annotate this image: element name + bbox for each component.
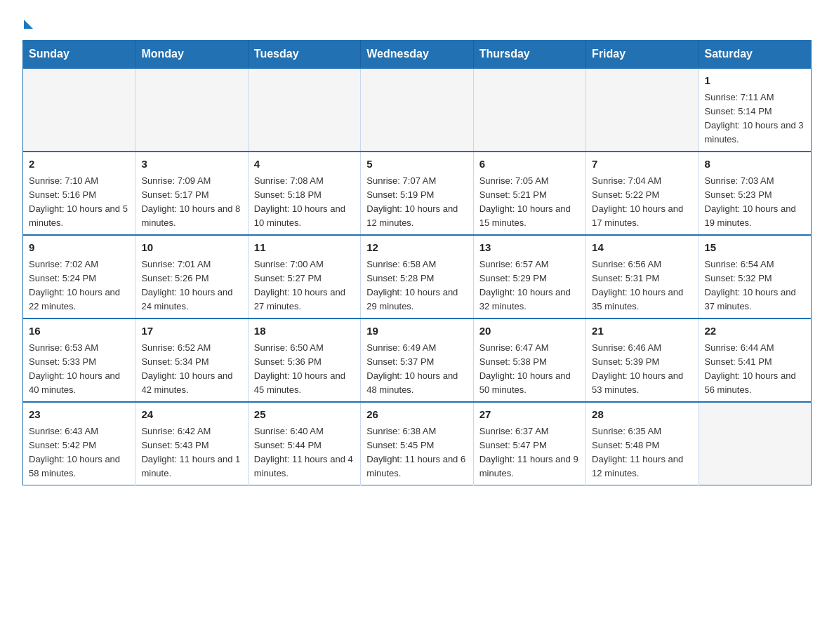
calendar-cell: 15Sunrise: 6:54 AMSunset: 5:32 PMDayligh… (699, 235, 811, 318)
day-info: Sunrise: 6:35 AMSunset: 5:48 PMDaylight:… (592, 424, 692, 481)
day-number: 7 (592, 156, 692, 173)
calendar-cell (361, 68, 473, 152)
calendar-cell (699, 402, 811, 485)
day-number: 3 (141, 156, 241, 173)
calendar-cell: 19Sunrise: 6:49 AMSunset: 5:37 PMDayligh… (361, 318, 473, 402)
day-number: 16 (29, 323, 129, 340)
day-info: Sunrise: 6:38 AMSunset: 5:45 PMDaylight:… (366, 424, 467, 481)
day-number: 13 (479, 240, 580, 256)
week-row-4: 16Sunrise: 6:53 AMSunset: 5:33 PMDayligh… (23, 318, 812, 402)
logo (22, 17, 33, 27)
weekday-header-wednesday: Wednesday (361, 41, 473, 69)
calendar-cell: 20Sunrise: 6:47 AMSunset: 5:38 PMDayligh… (473, 318, 585, 402)
weekday-header-tuesday: Tuesday (248, 41, 360, 69)
day-number: 5 (366, 156, 467, 173)
day-info: Sunrise: 7:10 AMSunset: 5:16 PMDaylight:… (29, 174, 129, 231)
day-number: 11 (254, 240, 355, 256)
day-number: 22 (705, 323, 805, 340)
weekday-header-sunday: Sunday (23, 41, 135, 69)
day-info: Sunrise: 7:09 AMSunset: 5:17 PMDaylight:… (141, 174, 241, 231)
calendar-cell (473, 68, 585, 152)
day-number: 8 (705, 156, 805, 173)
calendar-cell: 14Sunrise: 6:56 AMSunset: 5:31 PMDayligh… (586, 235, 699, 318)
day-info: Sunrise: 7:02 AMSunset: 5:24 PMDaylight:… (29, 257, 129, 314)
day-number: 14 (592, 240, 692, 256)
calendar-cell: 23Sunrise: 6:43 AMSunset: 5:42 PMDayligh… (23, 402, 135, 485)
page-header (22, 17, 812, 27)
calendar-cell: 16Sunrise: 6:53 AMSunset: 5:33 PMDayligh… (23, 318, 135, 402)
day-number: 26 (366, 407, 467, 423)
day-number: 4 (254, 156, 355, 173)
calendar-table: SundayMondayTuesdayWednesdayThursdayFrid… (22, 40, 812, 485)
calendar-cell (135, 68, 248, 152)
weekday-header-row: SundayMondayTuesdayWednesdayThursdayFrid… (23, 41, 812, 69)
day-number: 6 (479, 156, 580, 173)
day-info: Sunrise: 7:04 AMSunset: 5:22 PMDaylight:… (592, 174, 692, 231)
day-number: 17 (141, 323, 241, 340)
day-number: 20 (479, 323, 580, 340)
calendar-cell: 6Sunrise: 7:05 AMSunset: 5:21 PMDaylight… (473, 152, 585, 235)
day-info: Sunrise: 6:50 AMSunset: 5:36 PMDaylight:… (254, 341, 355, 398)
day-info: Sunrise: 7:03 AMSunset: 5:23 PMDaylight:… (705, 174, 805, 231)
day-info: Sunrise: 6:47 AMSunset: 5:38 PMDaylight:… (479, 341, 580, 398)
calendar-cell: 4Sunrise: 7:08 AMSunset: 5:18 PMDaylight… (248, 152, 360, 235)
calendar-cell: 27Sunrise: 6:37 AMSunset: 5:47 PMDayligh… (473, 402, 585, 485)
week-row-3: 9Sunrise: 7:02 AMSunset: 5:24 PMDaylight… (23, 235, 812, 318)
calendar-cell (248, 68, 360, 152)
day-number: 10 (141, 240, 241, 256)
day-info: Sunrise: 6:56 AMSunset: 5:31 PMDaylight:… (592, 257, 692, 314)
day-info: Sunrise: 6:42 AMSunset: 5:43 PMDaylight:… (141, 424, 241, 481)
day-info: Sunrise: 7:08 AMSunset: 5:18 PMDaylight:… (254, 174, 355, 231)
day-number: 28 (592, 407, 692, 423)
day-info: Sunrise: 6:58 AMSunset: 5:28 PMDaylight:… (366, 257, 467, 314)
day-info: Sunrise: 6:44 AMSunset: 5:41 PMDaylight:… (705, 341, 805, 398)
day-number: 21 (592, 323, 692, 340)
calendar-cell: 9Sunrise: 7:02 AMSunset: 5:24 PMDaylight… (23, 235, 135, 318)
calendar-cell: 10Sunrise: 7:01 AMSunset: 5:26 PMDayligh… (135, 235, 248, 318)
week-row-5: 23Sunrise: 6:43 AMSunset: 5:42 PMDayligh… (23, 402, 812, 485)
calendar-cell: 25Sunrise: 6:40 AMSunset: 5:44 PMDayligh… (248, 402, 360, 485)
day-info: Sunrise: 6:54 AMSunset: 5:32 PMDaylight:… (705, 257, 805, 314)
day-info: Sunrise: 7:01 AMSunset: 5:26 PMDaylight:… (141, 257, 241, 314)
calendar-cell: 26Sunrise: 6:38 AMSunset: 5:45 PMDayligh… (361, 402, 473, 485)
day-number: 2 (29, 156, 129, 173)
calendar-cell: 2Sunrise: 7:10 AMSunset: 5:16 PMDaylight… (23, 152, 135, 235)
day-info: Sunrise: 6:43 AMSunset: 5:42 PMDaylight:… (29, 424, 129, 481)
calendar-cell: 12Sunrise: 6:58 AMSunset: 5:28 PMDayligh… (361, 235, 473, 318)
day-info: Sunrise: 6:53 AMSunset: 5:33 PMDaylight:… (29, 341, 129, 398)
day-number: 1 (705, 73, 805, 89)
day-info: Sunrise: 7:11 AMSunset: 5:14 PMDaylight:… (705, 90, 805, 147)
day-number: 15 (705, 240, 805, 256)
day-number: 19 (366, 323, 467, 340)
day-number: 24 (141, 407, 241, 423)
weekday-header-thursday: Thursday (473, 41, 585, 69)
day-info: Sunrise: 6:57 AMSunset: 5:29 PMDaylight:… (479, 257, 580, 314)
calendar-cell: 18Sunrise: 6:50 AMSunset: 5:36 PMDayligh… (248, 318, 360, 402)
calendar-cell: 11Sunrise: 7:00 AMSunset: 5:27 PMDayligh… (248, 235, 360, 318)
calendar-cell: 13Sunrise: 6:57 AMSunset: 5:29 PMDayligh… (473, 235, 585, 318)
calendar-cell: 5Sunrise: 7:07 AMSunset: 5:19 PMDaylight… (361, 152, 473, 235)
day-number: 27 (479, 407, 580, 423)
day-number: 18 (254, 323, 355, 340)
day-number: 25 (254, 407, 355, 423)
day-info: Sunrise: 6:40 AMSunset: 5:44 PMDaylight:… (254, 424, 355, 481)
calendar-cell: 28Sunrise: 6:35 AMSunset: 5:48 PMDayligh… (586, 402, 699, 485)
week-row-2: 2Sunrise: 7:10 AMSunset: 5:16 PMDaylight… (23, 152, 812, 235)
week-row-1: 1Sunrise: 7:11 AMSunset: 5:14 PMDaylight… (23, 68, 812, 152)
day-number: 23 (29, 407, 129, 423)
day-number: 9 (29, 240, 129, 256)
day-info: Sunrise: 6:49 AMSunset: 5:37 PMDaylight:… (366, 341, 467, 398)
calendar-cell: 3Sunrise: 7:09 AMSunset: 5:17 PMDaylight… (135, 152, 248, 235)
weekday-header-saturday: Saturday (699, 41, 811, 69)
day-info: Sunrise: 7:07 AMSunset: 5:19 PMDaylight:… (366, 174, 467, 231)
calendar-cell: 24Sunrise: 6:42 AMSunset: 5:43 PMDayligh… (135, 402, 248, 485)
day-number: 12 (366, 240, 467, 256)
weekday-header-monday: Monday (135, 41, 248, 69)
day-info: Sunrise: 7:05 AMSunset: 5:21 PMDaylight:… (479, 174, 580, 231)
calendar-cell (586, 68, 699, 152)
day-info: Sunrise: 6:46 AMSunset: 5:39 PMDaylight:… (592, 341, 692, 398)
calendar-cell (23, 68, 135, 152)
day-info: Sunrise: 6:52 AMSunset: 5:34 PMDaylight:… (141, 341, 241, 398)
weekday-header-friday: Friday (586, 41, 699, 69)
calendar-cell: 1Sunrise: 7:11 AMSunset: 5:14 PMDaylight… (699, 68, 811, 152)
